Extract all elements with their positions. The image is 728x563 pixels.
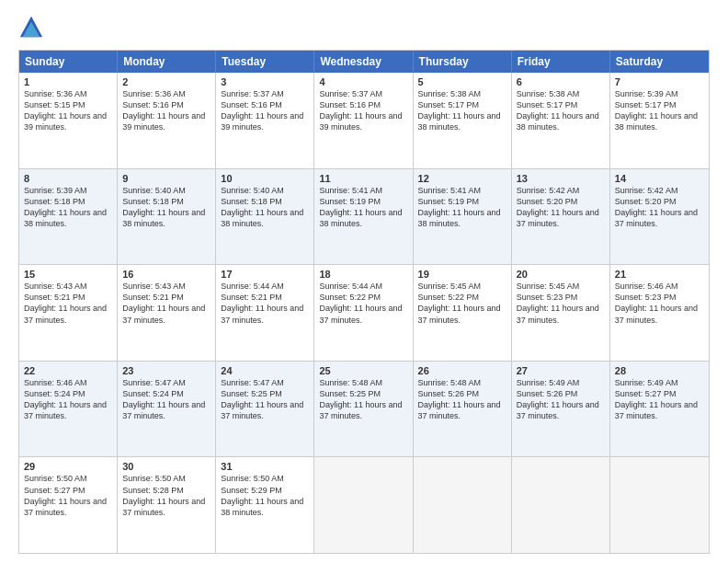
cell-info: Sunrise: 5:42 AMSunset: 5:20 PMDaylight:… — [517, 186, 599, 228]
cell-info: Sunrise: 5:50 AMSunset: 5:28 PMDaylight:… — [122, 474, 205, 516]
cell-info: Sunrise: 5:36 AMSunset: 5:15 PMDaylight:… — [24, 89, 107, 132]
logo — [18, 15, 48, 40]
cell-info: Sunrise: 5:50 AMSunset: 5:27 PMDaylight:… — [24, 474, 107, 516]
calendar-cell: 1Sunrise: 5:36 AMSunset: 5:15 PMDaylight… — [19, 73, 118, 168]
calendar-cell: 12Sunrise: 5:41 AMSunset: 5:19 PMDayligh… — [414, 169, 512, 265]
cell-info: Sunrise: 5:45 AMSunset: 5:23 PMDaylight:… — [517, 282, 599, 324]
calendar-cell: 30Sunrise: 5:50 AMSunset: 5:28 PMDayligh… — [118, 457, 216, 553]
calendar-cell: 15Sunrise: 5:43 AMSunset: 5:21 PMDayligh… — [19, 265, 118, 361]
cell-info: Sunrise: 5:38 AMSunset: 5:17 PMDaylight:… — [418, 89, 501, 132]
cell-info: Sunrise: 5:49 AMSunset: 5:27 PMDaylight:… — [615, 378, 698, 420]
day-number: 22 — [24, 365, 112, 376]
cell-info: Sunrise: 5:39 AMSunset: 5:17 PMDaylight:… — [615, 89, 698, 132]
day-number: 30 — [122, 461, 210, 472]
cell-info: Sunrise: 5:37 AMSunset: 5:16 PMDaylight:… — [319, 89, 402, 132]
day-number: 2 — [122, 76, 210, 87]
day-number: 21 — [615, 269, 704, 280]
calendar-cell: 9Sunrise: 5:40 AMSunset: 5:18 PMDaylight… — [118, 169, 216, 265]
calendar-cell: 8Sunrise: 5:39 AMSunset: 5:18 PMDaylight… — [19, 169, 118, 265]
cell-info: Sunrise: 5:44 AMSunset: 5:21 PMDaylight:… — [221, 282, 303, 324]
day-number: 19 — [418, 269, 506, 280]
calendar-cell: 3Sunrise: 5:37 AMSunset: 5:16 PMDaylight… — [216, 73, 314, 168]
calendar-cell: 14Sunrise: 5:42 AMSunset: 5:20 PMDayligh… — [610, 169, 709, 265]
header — [18, 15, 710, 40]
cell-info: Sunrise: 5:40 AMSunset: 5:18 PMDaylight:… — [221, 186, 303, 228]
day-number: 6 — [517, 76, 605, 87]
calendar-cell: 20Sunrise: 5:45 AMSunset: 5:23 PMDayligh… — [512, 265, 610, 361]
day-number: 23 — [122, 365, 210, 376]
calendar-day-header: Saturday — [610, 51, 709, 73]
calendar-row: 22Sunrise: 5:46 AMSunset: 5:24 PMDayligh… — [19, 361, 709, 457]
calendar-cell: 21Sunrise: 5:46 AMSunset: 5:23 PMDayligh… — [610, 265, 709, 361]
cell-info: Sunrise: 5:46 AMSunset: 5:23 PMDaylight:… — [615, 282, 698, 324]
cell-info: Sunrise: 5:48 AMSunset: 5:25 PMDaylight:… — [319, 378, 402, 420]
calendar-cell: 27Sunrise: 5:49 AMSunset: 5:26 PMDayligh… — [512, 362, 610, 457]
cell-info: Sunrise: 5:43 AMSunset: 5:21 PMDaylight:… — [122, 282, 205, 324]
day-number: 12 — [418, 173, 506, 184]
calendar-cell: 2Sunrise: 5:36 AMSunset: 5:16 PMDaylight… — [118, 73, 216, 168]
calendar-cell: 31Sunrise: 5:50 AMSunset: 5:29 PMDayligh… — [216, 457, 314, 553]
page: SundayMondayTuesdayWednesdayThursdayFrid… — [0, 0, 728, 563]
calendar-cell: 23Sunrise: 5:47 AMSunset: 5:24 PMDayligh… — [118, 362, 216, 457]
logo-icon — [18, 15, 44, 40]
cell-info: Sunrise: 5:45 AMSunset: 5:22 PMDaylight:… — [418, 282, 501, 324]
calendar-cell: 19Sunrise: 5:45 AMSunset: 5:22 PMDayligh… — [414, 265, 512, 361]
cell-info: Sunrise: 5:50 AMSunset: 5:29 PMDaylight:… — [221, 474, 303, 516]
day-number: 5 — [418, 76, 506, 87]
calendar-cell — [512, 457, 610, 553]
day-number: 4 — [319, 76, 407, 87]
day-number: 20 — [517, 269, 605, 280]
cell-info: Sunrise: 5:39 AMSunset: 5:18 PMDaylight:… — [24, 186, 107, 228]
calendar-cell: 25Sunrise: 5:48 AMSunset: 5:25 PMDayligh… — [314, 362, 413, 457]
day-number: 9 — [122, 173, 210, 184]
calendar-cell — [414, 457, 512, 553]
calendar-cell: 10Sunrise: 5:40 AMSunset: 5:18 PMDayligh… — [216, 169, 314, 265]
calendar-cell: 18Sunrise: 5:44 AMSunset: 5:22 PMDayligh… — [314, 265, 413, 361]
cell-info: Sunrise: 5:36 AMSunset: 5:16 PMDaylight:… — [122, 89, 205, 132]
calendar-day-header: Wednesday — [314, 51, 413, 73]
calendar: SundayMondayTuesdayWednesdayThursdayFrid… — [18, 50, 710, 554]
day-number: 26 — [418, 365, 506, 376]
cell-info: Sunrise: 5:48 AMSunset: 5:26 PMDaylight:… — [418, 378, 501, 420]
day-number: 1 — [24, 76, 112, 87]
calendar-day-header: Sunday — [19, 51, 118, 73]
calendar-row: 15Sunrise: 5:43 AMSunset: 5:21 PMDayligh… — [19, 264, 709, 361]
day-number: 16 — [122, 269, 210, 280]
cell-info: Sunrise: 5:49 AMSunset: 5:26 PMDaylight:… — [517, 378, 599, 420]
day-number: 8 — [24, 173, 112, 184]
cell-info: Sunrise: 5:40 AMSunset: 5:18 PMDaylight:… — [122, 186, 205, 228]
calendar-header: SundayMondayTuesdayWednesdayThursdayFrid… — [19, 51, 709, 73]
calendar-cell: 16Sunrise: 5:43 AMSunset: 5:21 PMDayligh… — [118, 265, 216, 361]
calendar-row: 29Sunrise: 5:50 AMSunset: 5:27 PMDayligh… — [19, 456, 709, 553]
calendar-cell: 29Sunrise: 5:50 AMSunset: 5:27 PMDayligh… — [19, 457, 118, 553]
calendar-day-header: Thursday — [414, 51, 512, 73]
calendar-cell: 28Sunrise: 5:49 AMSunset: 5:27 PMDayligh… — [610, 362, 709, 457]
calendar-cell: 22Sunrise: 5:46 AMSunset: 5:24 PMDayligh… — [19, 362, 118, 457]
cell-info: Sunrise: 5:46 AMSunset: 5:24 PMDaylight:… — [24, 378, 107, 420]
cell-info: Sunrise: 5:42 AMSunset: 5:20 PMDaylight:… — [615, 186, 698, 228]
calendar-row: 1Sunrise: 5:36 AMSunset: 5:15 PMDaylight… — [19, 73, 709, 168]
day-number: 27 — [517, 365, 605, 376]
day-number: 31 — [221, 461, 309, 472]
calendar-row: 8Sunrise: 5:39 AMSunset: 5:18 PMDaylight… — [19, 168, 709, 265]
day-number: 11 — [319, 173, 407, 184]
cell-info: Sunrise: 5:44 AMSunset: 5:22 PMDaylight:… — [319, 282, 402, 324]
cell-info: Sunrise: 5:41 AMSunset: 5:19 PMDaylight:… — [319, 186, 402, 228]
calendar-cell: 7Sunrise: 5:39 AMSunset: 5:17 PMDaylight… — [610, 73, 709, 168]
cell-info: Sunrise: 5:43 AMSunset: 5:21 PMDaylight:… — [24, 282, 107, 324]
day-number: 15 — [24, 269, 112, 280]
day-number: 10 — [221, 173, 309, 184]
day-number: 25 — [319, 365, 407, 376]
cell-info: Sunrise: 5:47 AMSunset: 5:25 PMDaylight:… — [221, 378, 303, 420]
cell-info: Sunrise: 5:47 AMSunset: 5:24 PMDaylight:… — [122, 378, 205, 420]
calendar-day-header: Tuesday — [216, 51, 314, 73]
calendar-cell: 17Sunrise: 5:44 AMSunset: 5:21 PMDayligh… — [216, 265, 314, 361]
cell-info: Sunrise: 5:41 AMSunset: 5:19 PMDaylight:… — [418, 186, 501, 228]
day-number: 7 — [615, 76, 704, 87]
calendar-cell: 11Sunrise: 5:41 AMSunset: 5:19 PMDayligh… — [314, 169, 413, 265]
day-number: 28 — [615, 365, 704, 376]
calendar-cell: 4Sunrise: 5:37 AMSunset: 5:16 PMDaylight… — [314, 73, 413, 168]
day-number: 24 — [221, 365, 309, 376]
cell-info: Sunrise: 5:37 AMSunset: 5:16 PMDaylight:… — [221, 89, 303, 132]
calendar-cell: 24Sunrise: 5:47 AMSunset: 5:25 PMDayligh… — [216, 362, 314, 457]
